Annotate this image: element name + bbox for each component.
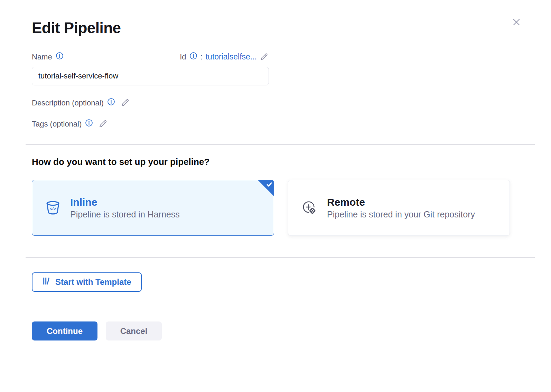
- pipeline-id-value[interactable]: tutorialselfse...: [206, 52, 257, 62]
- info-icon[interactable]: [107, 98, 115, 108]
- name-label: Name: [32, 52, 64, 62]
- id-label: Id: [180, 53, 186, 62]
- inline-harness-store-icon: </>: [45, 200, 60, 215]
- edit-tags-icon[interactable]: [99, 119, 108, 129]
- template-library-icon: [42, 277, 50, 288]
- tags-label: Tags (optional): [32, 119, 93, 129]
- storage-options: </> Inline Pipeline is stored in Harness: [32, 180, 535, 236]
- close-icon[interactable]: [511, 17, 522, 28]
- edit-description-icon[interactable]: [121, 98, 130, 108]
- continue-button[interactable]: Continue: [32, 321, 97, 340]
- remote-git-store-icon: [301, 200, 317, 216]
- edit-id-icon[interactable]: [260, 53, 269, 62]
- option-subtitle-remote: Pipeline is stored in your Git repositor…: [327, 209, 475, 220]
- divider: [26, 257, 535, 258]
- cancel-button[interactable]: Cancel: [106, 321, 162, 340]
- svg-text:</>: </>: [50, 206, 56, 211]
- option-title-inline: Inline: [70, 196, 180, 208]
- tags-row: Tags (optional): [32, 119, 535, 129]
- option-title-remote: Remote: [327, 196, 475, 208]
- option-subtitle-inline: Pipeline is stored in Harness: [70, 209, 180, 220]
- info-icon[interactable]: [85, 119, 93, 129]
- id-separator: :: [200, 53, 203, 62]
- edit-pipeline-modal: Edit Pipeline Name Id : tut: [0, 0, 551, 392]
- pipeline-name-input[interactable]: [32, 67, 269, 85]
- info-icon[interactable]: [56, 52, 64, 62]
- selected-check-icon: [258, 180, 274, 196]
- name-id-row: Name Id : tutorialselfse...: [32, 52, 269, 62]
- modal-footer: Continue Cancel: [32, 321, 535, 340]
- info-icon[interactable]: [189, 52, 197, 62]
- start-with-template-button[interactable]: Start with Template: [32, 272, 142, 292]
- divider: [26, 144, 535, 145]
- description-row: Description (optional): [32, 98, 535, 108]
- option-card-inline[interactable]: </> Inline Pipeline is stored in Harness: [32, 180, 274, 236]
- setup-heading: How do you want to set up your pipeline?: [32, 157, 535, 167]
- pipeline-id-cluster: Id : tutorialselfse...: [180, 52, 269, 62]
- option-card-remote[interactable]: Remote Pipeline is stored in your Git re…: [288, 180, 510, 236]
- page-title: Edit Pipeline: [32, 19, 535, 37]
- description-label: Description (optional): [32, 98, 115, 108]
